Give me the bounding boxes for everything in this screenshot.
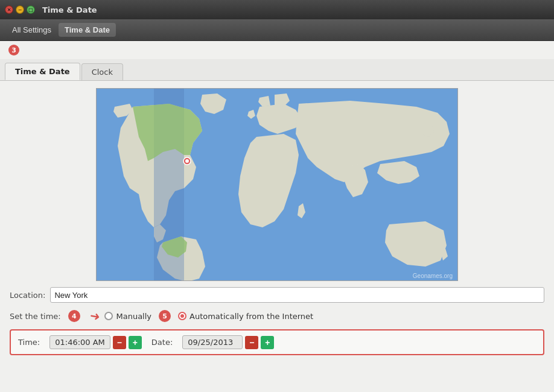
radio-auto[interactable]: Automatically from the Internet [178,312,313,321]
maximize-button[interactable]: □ [27,5,35,14]
radio-circle-auto [178,312,186,320]
minimize-button[interactable]: − [16,5,24,14]
tab-clock[interactable]: Clock [81,63,123,80]
time-minus-button[interactable]: − [113,336,126,349]
titlebar: ✕ − □ Time & Date [0,0,554,19]
svg-point-3 [185,159,189,163]
location-row: Location: [10,287,544,303]
radio-label-auto: Automatically from the Internet [189,312,313,321]
date-display: 09/25/2013 [182,335,243,349]
close-icon: ✕ [7,7,11,13]
time-date-nav-button[interactable]: Time & Date [59,23,116,37]
window-controls: ✕ − □ [5,5,35,14]
minimize-icon: − [18,7,22,13]
time-date-controls: Time: 01:46:00 AM − + Date: 09/25/2013 −… [10,329,544,355]
radio-manually[interactable]: Manually [104,312,151,321]
location-input[interactable] [50,287,544,303]
main-area: 3 Time & Date Clock [0,41,554,392]
location-label: Location: [10,291,45,300]
content-panel: Geonames.org Location: Set the time: 4 ➜… [0,81,554,392]
svg-text:Geonames.org: Geonames.org [413,273,453,279]
time-plus-button[interactable]: + [129,336,142,349]
set-time-row: Set the time: 4 ➜ Manually 5 Automatical… [10,309,544,323]
time-label: Time: [18,338,40,347]
badge-4: 4 [68,310,80,322]
radio-label-manually: Manually [116,312,151,321]
set-time-label: Set the time: [10,312,61,321]
world-map[interactable]: Geonames.org [96,88,458,281]
date-label: Date: [151,338,173,347]
all-settings-button[interactable]: All Settings [6,23,57,37]
badge-3: 3 [8,45,19,55]
tab-time-date[interactable]: Time & Date [5,63,80,80]
tabbar: Time & Date Clock [0,59,554,81]
badge-5: 5 [159,310,171,322]
maximize-icon: □ [28,7,33,13]
window-title: Time & Date [42,5,97,14]
map-svg: Geonames.org [97,89,458,281]
arrow-annotation: ➜ [89,308,101,324]
time-display: 01:46:00 AM [49,335,110,349]
date-minus-button[interactable]: − [245,336,258,349]
date-stepper-group: 09/25/2013 − + [182,335,274,349]
time-stepper-group: 01:46:00 AM − + [49,335,142,349]
radio-circle-manually [104,312,113,320]
top-badges-row: 3 [0,41,554,59]
close-button[interactable]: ✕ [5,5,13,14]
date-plus-button[interactable]: + [261,336,274,349]
map-container: Geonames.org [10,88,544,281]
navbar: All Settings Time & Date [0,19,554,41]
